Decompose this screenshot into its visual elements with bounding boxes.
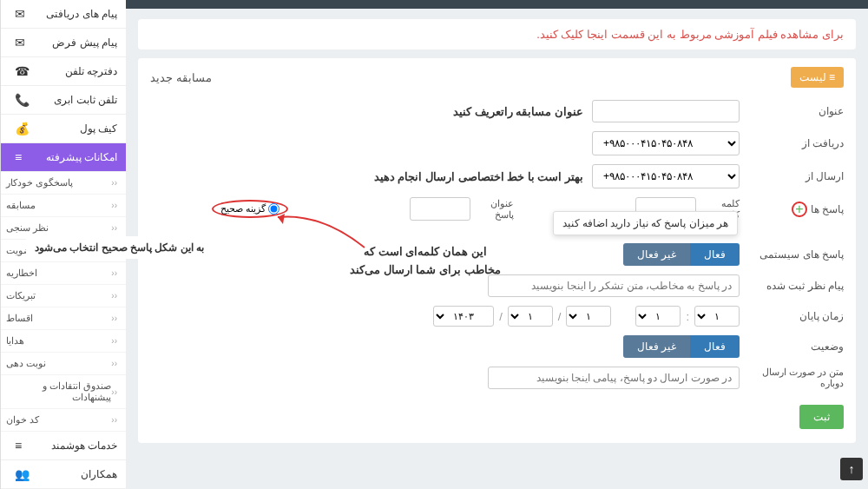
top-bar	[126, 0, 868, 9]
wallet-icon: 💰	[15, 122, 30, 135]
envelope-icon: ✉	[15, 36, 25, 50]
callout-add-answers: هر میزان پاسخ که نیاز دارید اضافه کنید	[553, 211, 738, 235]
sidebar-item-phonebook[interactable]: دفترچه تلفن☎	[1, 57, 126, 86]
sidebar-item-inbox[interactable]: پیام های دریافتی✉	[1, 0, 126, 29]
sidebar-sub-gifts[interactable]: ‹‹هدایا	[1, 330, 126, 353]
date-year[interactable]: ۱۴۰۳	[433, 306, 494, 327]
phone-icon: ☎	[15, 64, 30, 78]
status-label: وضعیت	[748, 340, 844, 353]
sidebar-item-cloud-phone[interactable]: تلفن ثابت ابری📞	[1, 86, 126, 115]
send-select[interactable]: +۹۸۵۰۰۰۴۱۵۰۴۵۰۸۴۸	[592, 164, 740, 188]
sys-answers-label: پاسخ های سیستمی	[748, 248, 844, 261]
menu-icon: ≡	[15, 150, 22, 164]
answer-title-label: عنوان پاسخ	[479, 198, 514, 221]
phone-icon: 📞	[15, 93, 30, 107]
date-picker: ۱ : ۱ ۱ / ۱ / ۱۴۰۳	[433, 306, 740, 327]
users-icon: 👥	[15, 467, 30, 481]
receive-select[interactable]: +۹۸۵۰۰۰۴۱۵۰۴۵۰۸۴۸	[592, 131, 740, 155]
add-answer-icon[interactable]: +	[792, 202, 806, 217]
sidebar-item-wallet[interactable]: کیف پول💰	[1, 115, 126, 143]
inactive-button-2[interactable]: غیر فعال	[623, 335, 690, 358]
sidebar-item-colleagues[interactable]: همکاران👥	[1, 460, 126, 489]
arrow-up-icon: ↑	[849, 462, 855, 476]
sidebar-sub-installments[interactable]: ‹‹اقساط	[1, 307, 126, 330]
submit-button[interactable]: ثبت	[799, 405, 844, 429]
sys-answers-toggle: فعال غیر فعال	[623, 243, 740, 266]
callout-correct-option: به این شکل پاسخ صحیح انتخاب می‌شود	[26, 236, 213, 259]
sidebar-sub-warning[interactable]: ‹‹اخطاریه	[1, 262, 126, 285]
sidebar-sub-suggestions[interactable]: ‹‹صندوق انتقادات و پیشنهادات	[1, 375, 126, 409]
annotation-arrow	[269, 208, 373, 263]
date-hour[interactable]: ۱	[635, 306, 681, 327]
registered-msg-label: پیام نظر ثبت شده	[748, 280, 844, 292]
title-hint: عنوان مسابقه راتعریف کنید	[453, 105, 583, 118]
date-month[interactable]: ۱	[508, 306, 553, 327]
panel-title: مسابقه جدید	[150, 71, 212, 84]
inactive-button-1[interactable]: غیر فعال	[623, 243, 690, 266]
envelope-icon: ✉	[15, 7, 25, 21]
scroll-top-button[interactable]: ↑	[840, 458, 863, 480]
answer-title-input[interactable]	[410, 197, 470, 221]
resend-input[interactable]	[488, 367, 740, 389]
send-hint: بهتر است با خط اختصاصی ارسال انجام دهید	[374, 170, 583, 183]
resend-label: متن در صورت ارسال دوباره	[748, 367, 844, 389]
menu-icon: ≡	[15, 439, 22, 453]
sidebar-item-default-msg[interactable]: پیام پیش فرض✉	[1, 29, 126, 57]
tutorial-notice[interactable]: برای مشاهده فیلم آموزشی مربوط به این قسم…	[138, 19, 856, 50]
send-label: ارسال از	[748, 170, 844, 182]
sidebar-sub-code-reader[interactable]: ‹‹کد خوان	[1, 409, 126, 432]
answers-label: پاسخ ها	[811, 203, 844, 215]
sidebar-item-smart-services[interactable]: خدمات هوشمند≡	[1, 432, 126, 460]
receive-label: دریافت از	[748, 137, 844, 149]
sidebar-item-advanced[interactable]: امکانات پیشرفته≡	[1, 143, 126, 172]
sidebar-sub-auto-answer[interactable]: ‹‹پاسخگوی خودکار	[1, 172, 126, 195]
sidebar-sub-congrats[interactable]: ‹‹تبریکات	[1, 285, 126, 307]
status-toggle: فعال غیر فعال	[623, 335, 740, 358]
list-button[interactable]: ≡ لیست	[791, 67, 844, 88]
endtime-label: زمان پایان	[748, 310, 844, 322]
sidebar-sub-contest[interactable]: ‹‹مسابقه	[1, 195, 126, 217]
active-button-2[interactable]: فعال	[690, 335, 740, 358]
sidebar-sub-scheduling[interactable]: ‹‹نوبت دهی	[1, 353, 126, 375]
date-day[interactable]: ۱	[566, 306, 611, 327]
title-label: عنوان	[748, 105, 844, 117]
title-input[interactable]	[592, 100, 740, 122]
date-min[interactable]: ۱	[694, 306, 740, 327]
active-button-1[interactable]: فعال	[690, 243, 740, 266]
